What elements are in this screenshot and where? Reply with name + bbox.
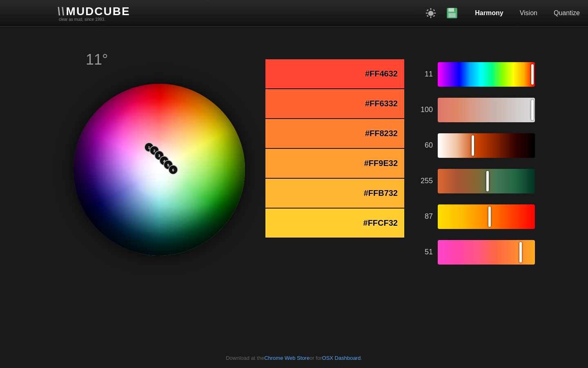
slider-thumb-1[interactable] — [531, 64, 534, 85]
swatch-label-6: #FFCF32 — [363, 218, 398, 228]
logo-subtitle: clear as mud, since 1993. — [59, 17, 130, 22]
sliders-area: 11 100 60 255 87 — [412, 59, 535, 273]
svg-rect-4 — [426, 13, 428, 14]
slider-row-3: 60 — [412, 130, 535, 160]
wheel-area: 11° — [53, 39, 265, 256]
slider-track-2[interactable] — [438, 98, 535, 122]
slider-track-1[interactable] — [438, 62, 535, 87]
settings-button[interactable] — [424, 7, 437, 20]
logo-area: \\ MUDCUBE clear as mud, since 1993. — [57, 5, 130, 22]
slider-num-5: 87 — [412, 212, 433, 221]
slider-num-6: 51 — [412, 248, 433, 256]
swatch-label-4: #FF9E32 — [364, 159, 398, 168]
footer-text-after: . — [361, 355, 362, 361]
swatch-1[interactable]: #FF4632 — [265, 59, 404, 89]
main-content: 11° — [0, 27, 588, 348]
slider-num-2: 100 — [412, 105, 433, 114]
nav-harmony[interactable]: Harmony — [475, 9, 503, 17]
svg-rect-6 — [427, 9, 429, 11]
swatch-label-5: #FFB732 — [364, 188, 398, 198]
osx-dashboard-link[interactable]: OSX Dashboard — [322, 355, 361, 361]
swatches-area: #FF4632 #FF6332 #FF8232 #FF9E32 #FFB732 … — [265, 59, 404, 238]
svg-rect-9 — [433, 9, 435, 11]
svg-rect-13 — [454, 9, 456, 11]
svg-rect-2 — [430, 8, 432, 10]
svg-rect-7 — [433, 15, 435, 17]
slider-track-4[interactable] — [438, 169, 535, 193]
logo-text-main: MUDCUBE — [66, 5, 130, 18]
nav-quantize[interactable]: Quantize — [554, 9, 580, 17]
svg-rect-11 — [449, 8, 454, 12]
header-icons — [424, 7, 459, 20]
nav-vision[interactable]: Vision — [520, 9, 537, 17]
slider-thumb-6[interactable] — [519, 242, 522, 263]
swatch-6[interactable]: #FFCF32 — [265, 209, 404, 238]
color-wheel[interactable]: 1 2 3 4 5 6 — [74, 84, 245, 256]
swatch-4[interactable]: #FF9E32 — [265, 149, 404, 179]
footer: Download at the Chrome Web Store or for … — [0, 348, 588, 368]
slider-track-3[interactable] — [438, 133, 535, 158]
slider-track-6[interactable] — [438, 240, 535, 265]
swatch-label-1: #FF4632 — [365, 69, 398, 79]
slider-num-1: 11 — [412, 70, 433, 79]
chrome-store-link[interactable]: Chrome Web Store — [264, 355, 310, 361]
logo-slash: \\ — [57, 5, 65, 18]
slider-track-5[interactable] — [438, 204, 535, 229]
swatch-5[interactable]: #FFB732 — [265, 179, 404, 209]
footer-text-before: Download at the — [226, 355, 264, 361]
logo: \\ MUDCUBE — [57, 5, 130, 18]
save-button[interactable] — [445, 7, 459, 20]
slider-row-5: 87 — [412, 202, 535, 231]
slider-thumb-3[interactable] — [472, 135, 474, 156]
svg-rect-3 — [430, 16, 432, 18]
slider-num-4: 255 — [412, 177, 433, 185]
slider-row-4: 255 — [412, 166, 535, 196]
svg-rect-12 — [449, 13, 456, 18]
slider-row-1: 11 — [412, 59, 535, 89]
header: \\ MUDCUBE clear as mud, since 1993. — [0, 0, 588, 27]
slider-num-3: 60 — [412, 141, 433, 150]
wheel-container: 1 2 3 4 5 6 — [74, 63, 245, 256]
svg-rect-8 — [427, 15, 429, 17]
nav-links: Harmony Vision Quantize — [475, 9, 580, 17]
swatch-label-3: #FF8232 — [365, 129, 398, 138]
slider-row-2: 100 — [412, 95, 535, 125]
swatch-2[interactable]: #FF6332 — [265, 89, 404, 119]
swatch-3[interactable]: #FF8232 — [265, 119, 404, 149]
slider-thumb-2[interactable] — [531, 100, 534, 120]
swatch-label-2: #FF6332 — [365, 99, 398, 108]
slider-thumb-5[interactable] — [488, 206, 491, 227]
slider-thumb-4[interactable] — [486, 171, 489, 191]
svg-rect-5 — [434, 13, 436, 14]
slider-row-6: 51 — [412, 237, 535, 267]
footer-text-between: or for — [310, 355, 322, 361]
